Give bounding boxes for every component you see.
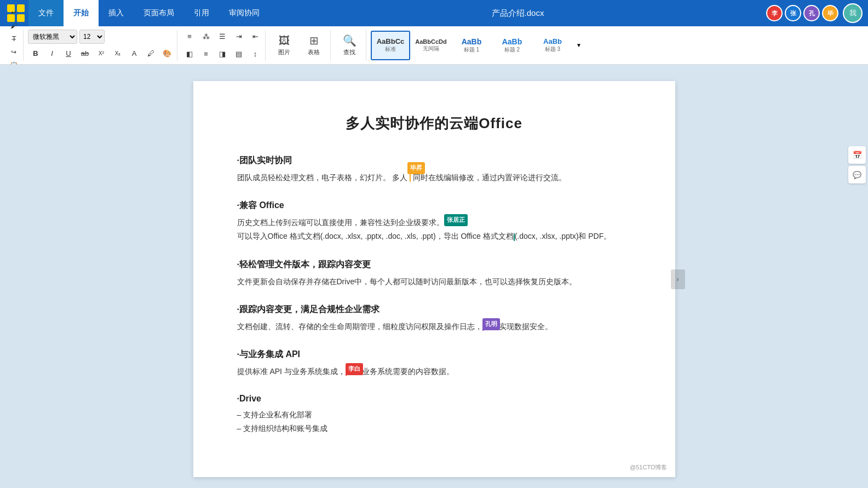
section-api-body: 提供标准 API 与业务系统集成， 李白 提供业务系统需要的内容数据。 (237, 365, 631, 378)
section-compliance-heading: ·跟踪内容变更，满足合规性企业需求 (237, 304, 631, 315)
search-icon: 🔍 (343, 34, 357, 47)
style-h1-preview: AaBb (462, 37, 482, 46)
style-heading2[interactable]: AaBb 标题 2 (492, 31, 532, 60)
section-team-body: 团队成员轻松处理文档，电子表格，幻灯片。 多人 毕昇 同时在线编辑修改，通过内置… (237, 171, 631, 185)
justify-btn[interactable]: ▤ (231, 47, 246, 62)
cursor-zhangJuzheng: 张居正 (444, 214, 468, 226)
strikethrough-btn[interactable]: ab (77, 46, 93, 61)
font-family-select[interactable]: 微软雅黑 (28, 30, 77, 44)
undo-btn[interactable]: ↩ (7, 7, 21, 19)
doc-area: 📅 💬 多人实时协作的云端Office ·团队实时协同 团队成员轻松处理文档，电… (0, 65, 868, 488)
section-drive: ·Drive – 支持企业私有化部署 – 支持组织结构和账号集成 (237, 394, 631, 435)
section-drive-heading: ·Drive (237, 394, 631, 404)
next-page-btn[interactable]: › (671, 269, 685, 289)
highlight-btn[interactable]: 🖊 (143, 46, 158, 61)
tab-reference[interactable]: 引用 (184, 0, 219, 26)
tab-insert[interactable]: 插入 (99, 0, 134, 26)
font-group: 微软雅黑 12 B I U ab X² X₂ A 🖊 🎨 (26, 30, 177, 61)
cursor-bisheng: 毕昇 (407, 162, 425, 174)
style-nospacing-label: 无间隔 (423, 45, 439, 53)
tab-layout[interactable]: 页面布局 (134, 0, 184, 26)
section-compliance-body: 文档创建、流转、存储的全生命周期管理，细粒度访问权限及操作日志， 孔明 真正实现… (237, 320, 631, 334)
italic-btn[interactable]: I (44, 46, 60, 61)
clear-format-btn[interactable]: T̶ (7, 33, 21, 45)
shading-btn[interactable]: 🎨 (159, 46, 175, 61)
insert-table-btn[interactable]: ⊞ 表格 (300, 31, 328, 60)
avatar-4: 毕 (822, 5, 838, 21)
insert-group: 🖼 图片 ⊞ 表格 (268, 30, 331, 61)
style-nospacing-preview: AaBbCcDd (415, 38, 446, 45)
doc-main-title: 多人实时协作的云端Office (237, 114, 631, 133)
unordered-list-btn[interactable]: ≡ (182, 29, 197, 44)
avatar-3: 孔 (803, 5, 820, 21)
style-h3-preview: AaBb (543, 37, 562, 45)
section-version: ·轻松管理文件版本，跟踪内容变更 文件更新会自动保存并存储在Drive中，每个人… (237, 259, 631, 289)
align-center-btn[interactable]: ≡ (198, 47, 214, 62)
table-label: 表格 (308, 48, 320, 56)
paragraph-group: ≡ ⁂ ☰ ⇥ ⇤ ◧ ≡ ◨ ▤ ↕ (180, 30, 266, 61)
section-compliance: ·跟踪内容变更，满足合规性企业需求 文档创建、流转、存储的全生命周期管理，细粒度… (237, 304, 631, 334)
style-h1-label: 标题 1 (464, 46, 479, 54)
section-team: ·团队实时协同 团队成员轻松处理文档，电子表格，幻灯片。 多人 毕昇 同时在线编… (237, 155, 631, 185)
subscript-btn[interactable]: X₂ (110, 46, 125, 61)
section-compat-heading: ·兼容 Office (237, 200, 631, 211)
style-no-spacing[interactable]: AaBbCcDd 无间隔 (411, 31, 451, 60)
underline-btn[interactable]: U (61, 46, 76, 61)
style-h2-label: 标题 2 (504, 46, 520, 54)
calendar-sidebar-icon[interactable]: 📅 (848, 146, 866, 164)
comment-sidebar-icon[interactable]: 💬 (848, 166, 866, 183)
drive-item-2: – 支持组织结构和账号集成 (237, 422, 631, 435)
outline-list-btn[interactable]: ☰ (215, 29, 230, 44)
section-api: ·与业务集成 API 提供标准 API 与业务系统集成， 李白 提供业务系统需要… (237, 349, 631, 378)
styles-scroll-btn[interactable]: ▼ (573, 31, 584, 60)
tab-file[interactable]: 文件 (28, 0, 64, 26)
superscript-btn[interactable]: X² (94, 46, 109, 61)
section-team-heading: ·团队实时协同 (237, 155, 631, 167)
image-icon: 🖼 (279, 35, 290, 47)
doc-page: 多人实时协作的云端Office ·团队实时协同 团队成员轻松处理文档，电子表格，… (193, 81, 675, 477)
insert-image-btn[interactable]: 🖼 图片 (270, 31, 298, 60)
drive-item-1: – 支持企业私有化部署 (237, 408, 631, 422)
increase-indent-btn[interactable]: ⇥ (231, 29, 246, 44)
table-icon: ⊞ (309, 34, 319, 47)
tab-review[interactable]: 审阅协同 (219, 0, 269, 26)
style-heading1[interactable]: AaBb 标题 1 (452, 31, 491, 60)
align-left-btn[interactable]: ◧ (182, 47, 197, 62)
avatar-main[interactable]: 我 (843, 3, 863, 23)
section-drive-body: – 支持企业私有化部署 – 支持组织结构和账号集成 (237, 408, 631, 435)
search-label: 查找 (343, 48, 355, 56)
style-heading3[interactable]: AaBb 标题 3 (533, 31, 572, 60)
right-sidebar: 📅 💬 (846, 144, 868, 186)
cursor-kongming: 孔明 (482, 318, 500, 330)
styles-group: AaBbCc 标准 AaBbCcDd 无间隔 AaBb 标题 1 AaBb 标题… (369, 30, 587, 61)
style-standard[interactable]: AaBbCc 标准 (371, 31, 410, 60)
style-standard-preview: AaBbCc (377, 37, 405, 45)
bold-btn[interactable]: B (28, 46, 43, 61)
format-painter-btn[interactable]: 🖌 (7, 20, 21, 32)
section-compat: ·兼容 Office 历史文档上传到云端可以直接使用，兼容性达到企业级要求。 张… (237, 200, 631, 243)
tab-start[interactable]: 开始 (64, 0, 99, 26)
line-spacing-btn[interactable]: ↕ (248, 47, 263, 62)
user-avatars: 李 张 孔 毕 (766, 5, 838, 21)
ordered-list-btn[interactable]: ⁂ (198, 29, 214, 44)
image-label: 图片 (278, 48, 290, 56)
watermark: @51CTO博客 (630, 463, 667, 472)
toolbar: ↩ 🖌 T̶ ↪ 📋 📄 微软雅黑 12 B (0, 26, 868, 65)
search-btn[interactable]: 🔍 查找 (335, 31, 364, 60)
redo-btn[interactable]: ↪ (7, 46, 21, 58)
style-h2-preview: AaBb (502, 37, 522, 46)
doc-title: 产品介绍.docx (269, 8, 766, 19)
align-right-btn[interactable]: ◨ (215, 47, 230, 62)
section-compat-body: 历史文档上传到云端可以直接使用，兼容性达到企业级要求。 张居正 可以导入Offi… (237, 216, 631, 243)
avatar-1: 李 (766, 5, 783, 21)
search-group: 🔍 查找 (333, 30, 366, 61)
font-color-btn[interactable]: A (127, 46, 142, 61)
section-api-heading: ·与业务集成 API (237, 349, 631, 360)
decrease-indent-btn[interactable]: ⇤ (248, 29, 263, 44)
cursor-libai: 李白 (346, 363, 363, 375)
font-size-select[interactable]: 12 (79, 30, 105, 44)
section-version-body: 文件更新会自动保存并存储在Drive中，每个人都可以随时访问最新版本，也可以选择… (237, 275, 631, 289)
style-standard-label: 标准 (385, 45, 396, 53)
section-version-heading: ·轻松管理文件版本，跟踪内容变更 (237, 259, 631, 271)
undo-redo-group: ↩ 🖌 T̶ ↪ 📋 📄 (4, 30, 24, 61)
